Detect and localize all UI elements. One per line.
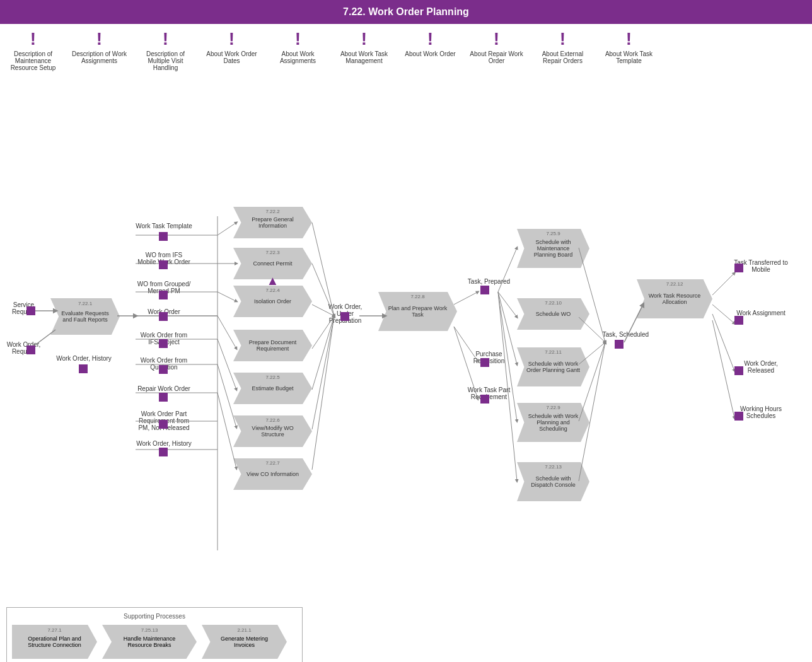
- schedule-wps-box[interactable]: 7.22.9 Schedule with Work Planning and S…: [517, 403, 589, 442]
- exclaim-icon-4: !: [229, 30, 235, 48]
- schedule-dispatch-box[interactable]: 7.22.13 Schedule with Dispatch Console: [517, 462, 589, 501]
- svg-line-32: [498, 292, 517, 317]
- svg-line-31: [498, 248, 517, 292]
- exclaim-icon-10: !: [626, 30, 632, 48]
- wo-released-connector: [734, 366, 743, 375]
- repair-wo-label: Repair Work Order: [136, 385, 192, 392]
- wo-quotation-connector: [159, 365, 168, 374]
- work-task-resource-box[interactable]: 7.22.12 Work Task Resource Allocation: [637, 279, 712, 318]
- exclaim-icon-6: !: [361, 30, 367, 48]
- top-icon-10[interactable]: ! About Work Task Template: [596, 30, 662, 64]
- top-icon-4[interactable]: ! About Work Order Dates: [199, 30, 265, 64]
- svg-line-44: [712, 314, 734, 371]
- connector-lines: [0, 78, 812, 645]
- svg-line-26: [312, 316, 334, 470]
- exclaim-icon-5: !: [295, 30, 301, 48]
- support-item-2[interactable]: 7.25.13 Handle Maintenance Resource Brea…: [102, 625, 197, 659]
- svg-line-45: [712, 320, 734, 418]
- diagram-area: Service Request Work Order, Request 7.22…: [0, 78, 812, 645]
- task-mobile-connector: [734, 264, 743, 272]
- svg-line-25: [312, 316, 334, 429]
- wo-request-connector: [26, 346, 35, 354]
- top-icon-6[interactable]: ! About Work Task Management: [331, 30, 397, 64]
- evaluate-box[interactable]: 7.22.1 Evaluate Requests and Fault Repor…: [50, 298, 120, 335]
- view-co-box[interactable]: 7.22.7 View CO Information: [233, 458, 312, 490]
- page-title: 7.22. Work Order Planning: [0, 0, 812, 24]
- estimate-budget-box[interactable]: 7.22.5 Estimate Budget: [233, 373, 312, 404]
- wo-ifs-mobile-connector: [159, 260, 168, 269]
- schedule-gantt-box[interactable]: 7.22.11 Schedule with Work Order Plannin…: [517, 347, 589, 386]
- exclaim-icon-9: !: [560, 30, 566, 48]
- prepare-general-box[interactable]: 7.22.2 Prepare General Information: [233, 207, 312, 238]
- exclaim-icon-2: !: [96, 30, 102, 48]
- wo-part-req-connector: [159, 420, 168, 429]
- work-order-connector: [159, 312, 168, 321]
- top-icon-8[interactable]: ! About Repair Work Order: [463, 30, 530, 64]
- support-shapes: 7.27.1 Operational Plan and Structure Co…: [12, 625, 297, 659]
- purchase-req-connector: [480, 358, 489, 367]
- exclaim-icon-7: !: [427, 30, 433, 48]
- top-icon-1[interactable]: ! Description of Maintenance Resource Se…: [0, 30, 66, 71]
- wtt-connector: [159, 232, 168, 241]
- view-modify-box[interactable]: 7.22.6 View/Modify WO Structure: [233, 415, 312, 447]
- svg-line-24: [312, 316, 334, 390]
- working-hours-connector: [734, 412, 743, 421]
- task-scheduled-label: Task, Scheduled: [602, 331, 649, 338]
- wo-ifs-project-connector: [159, 339, 168, 348]
- svg-line-42: [712, 273, 734, 295]
- schedule-wo-box[interactable]: 7.22.10 Schedule WO: [517, 298, 589, 330]
- task-prepared-label: Task, Prepared: [465, 278, 513, 285]
- wo-grouped-connector: [159, 291, 168, 299]
- wo-history2-label: Work Order, History: [136, 440, 192, 447]
- schedule-maint-box[interactable]: 7.25.9 Schedule with Maintenance Plannin…: [517, 229, 589, 268]
- work-task-template-label: Work Task Template: [136, 223, 192, 229]
- service-request-connector: [26, 306, 35, 315]
- support-item-3[interactable]: 2.21.1 Generate Metering Invoices: [202, 625, 287, 659]
- support-item-1[interactable]: 7.27.1 Operational Plan and Structure Co…: [12, 625, 97, 659]
- prepare-doc-box[interactable]: Prepare Document Requirement: [233, 330, 312, 361]
- isolation-order-box[interactable]: 7.22.4 Isolation Order ▲: [233, 286, 312, 317]
- top-icon-5[interactable]: ! About Work Assignments: [265, 30, 331, 64]
- exclaim-icon-3: !: [163, 30, 168, 48]
- task-prepared-connector: [480, 286, 489, 294]
- svg-line-28: [454, 292, 478, 305]
- wo-request-label: Work Order, Request: [3, 341, 44, 355]
- work-assignment-connector: [734, 316, 743, 325]
- plan-prepare-box[interactable]: 7.22.8 Plan and Prepare Work Task: [378, 292, 457, 331]
- top-icon-2[interactable]: ! Description of Work Assignments: [66, 30, 132, 64]
- exclaim-icon-8: !: [494, 30, 499, 48]
- task-scheduled-connector: [615, 340, 624, 349]
- top-icon-3[interactable]: ! Description of Multiple Visit Handling: [132, 30, 199, 71]
- top-icon-9[interactable]: ! About External Repair Orders: [530, 30, 596, 64]
- service-request-label: Service Request: [3, 301, 44, 315]
- top-icon-7[interactable]: ! About Work Order: [397, 30, 463, 57]
- wo-history2-connector: [159, 448, 168, 456]
- wo-history-left-connector: [79, 364, 88, 373]
- svg-line-43: [712, 305, 734, 323]
- top-icons-row: ! Description of Maintenance Resource Se…: [0, 24, 812, 78]
- supporting-processes-box: Supporting Processes 7.27.1 Operational …: [6, 607, 303, 662]
- wo-under-prep-connector: [340, 312, 349, 321]
- support-title: Supporting Processes: [12, 613, 297, 620]
- exclaim-icon-1: !: [30, 30, 36, 48]
- repair-wo-connector: [159, 393, 168, 402]
- svg-line-20: [312, 223, 334, 316]
- wo-history-left-label: Work Order, History: [55, 355, 112, 362]
- work-task-part-connector: [480, 395, 489, 404]
